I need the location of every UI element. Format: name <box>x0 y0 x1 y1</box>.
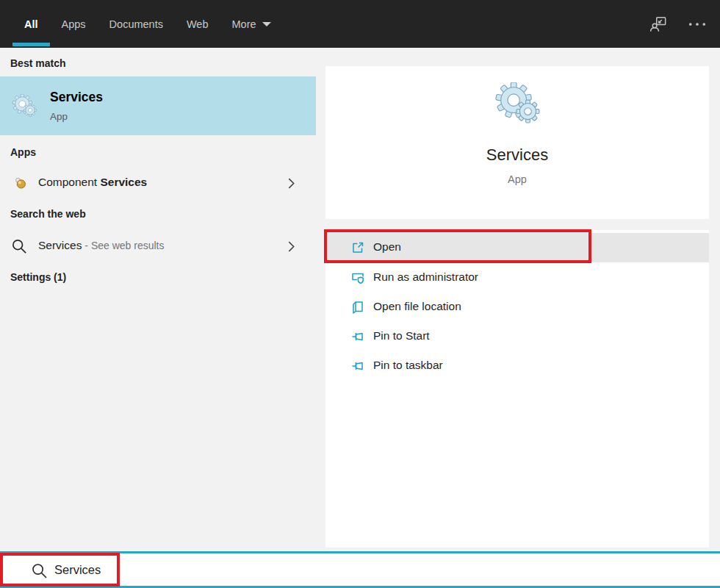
action-pin-to-taskbar[interactable]: Pin to taskbar <box>325 351 709 381</box>
feedback-account-icon[interactable] <box>649 15 669 34</box>
taskbar-search-box[interactable]: Services <box>0 551 720 588</box>
best-match-subtitle: App <box>50 111 68 122</box>
best-match-result-services[interactable]: Services App <box>0 76 316 135</box>
filter-tabs: All Apps Documents Web More <box>12 0 283 48</box>
preview-app-title: Services <box>325 146 709 165</box>
search-icon <box>31 562 48 583</box>
tab-apps-label: Apps <box>62 18 86 30</box>
services-gears-icon <box>12 94 37 120</box>
action-pin-to-start-label: Pin to Start <box>373 329 430 343</box>
tab-all[interactable]: All <box>12 0 50 48</box>
chevron-down-icon <box>262 22 271 26</box>
result-component-services-label: Component Services <box>38 176 147 189</box>
windows-search-flyout: All Apps Documents Web More <box>0 0 720 588</box>
result-web-search-label: Services - See web results <box>38 239 165 252</box>
best-match-header: Best match <box>10 57 65 69</box>
active-tab-underline <box>12 43 50 46</box>
action-pin-to-taskbar-label: Pin to taskbar <box>373 359 443 372</box>
preview-app-subtitle: App <box>325 173 709 185</box>
pin-icon <box>351 359 364 376</box>
apps-section-header: Apps <box>10 146 36 158</box>
best-match-title: Services <box>50 90 103 105</box>
result-component-services[interactable]: Component Services <box>0 169 316 197</box>
action-pin-to-start[interactable]: Pin to Start <box>325 322 709 351</box>
tab-documents-label: Documents <box>109 18 163 30</box>
tab-apps[interactable]: Apps <box>50 0 98 48</box>
ellipsis-icon[interactable] <box>688 21 707 27</box>
tab-more[interactable]: More <box>220 0 283 48</box>
web-section-header: Search the web <box>10 208 86 220</box>
tab-more-label: More <box>232 18 256 30</box>
action-open-file-location[interactable]: Open file location <box>325 293 709 322</box>
chevron-right-icon[interactable] <box>287 240 295 256</box>
tab-web-label: Web <box>187 18 209 30</box>
results-panel: Best match Services App Apps Component S… <box>0 48 316 551</box>
action-run-as-administrator-label: Run as administrator <box>373 270 478 284</box>
search-icon <box>11 238 28 258</box>
admin-shield-icon <box>351 271 364 287</box>
action-open-file-location-label: Open file location <box>373 300 461 313</box>
tab-web[interactable]: Web <box>175 0 220 48</box>
pin-icon <box>351 330 364 346</box>
action-run-as-administrator[interactable]: Run as administrator <box>325 263 709 293</box>
app-actions-card: Open Run as administrator Open file loca… <box>325 230 709 548</box>
tab-all-label: All <box>24 18 38 30</box>
component-services-icon <box>14 176 27 193</box>
services-gears-icon-large <box>494 82 540 126</box>
file-location-icon <box>351 301 364 317</box>
search-input-value[interactable]: Services <box>54 563 101 577</box>
open-icon <box>351 241 364 257</box>
action-open-label: Open <box>373 240 401 254</box>
result-web-search[interactable]: Services - See web results <box>0 232 316 260</box>
search-filter-bar: All Apps Documents Web More <box>0 0 720 48</box>
action-open[interactable]: Open <box>325 233 709 262</box>
settings-section-header: Settings (1) <box>10 271 66 283</box>
app-preview-card: Services App <box>325 66 709 219</box>
tab-documents[interactable]: Documents <box>98 0 175 48</box>
chevron-right-icon[interactable] <box>287 177 295 193</box>
